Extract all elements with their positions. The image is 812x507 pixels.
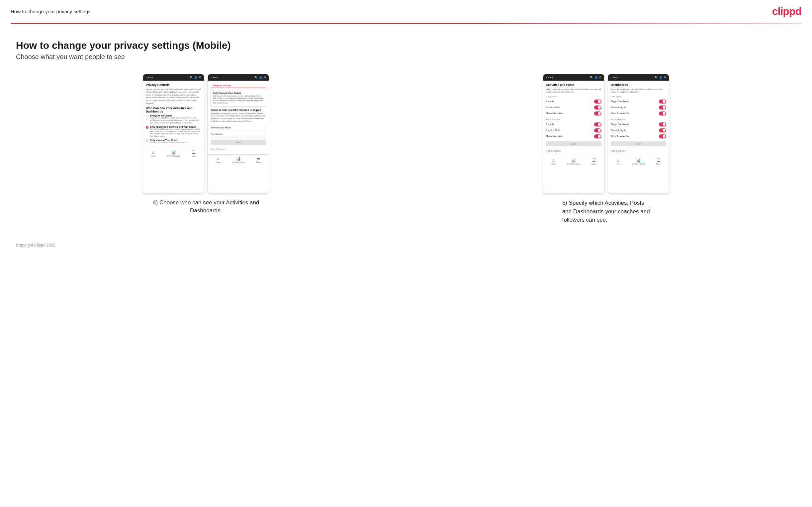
screen-2-body: Privacy Controls Only You and Your Coach… (208, 80, 269, 154)
screen-group-left: < Back 🔍 👤 ⚙ Privacy Controls Control ho… (16, 74, 396, 215)
toggle-followers-manual[interactable]: Manual Activities (546, 133, 601, 139)
caption-step5: 5) Specify which Activities, Posts and D… (562, 199, 650, 224)
settings-icon-4[interactable]: ⚙ (664, 76, 666, 79)
nav-home-1[interactable]: ⌂ Home (143, 150, 163, 157)
nav-menu-2[interactable]: ☰ Menu (248, 156, 269, 163)
toggle-coaches-rounds[interactable]: Rounds (546, 99, 601, 105)
toggle-followers-work-switch[interactable] (659, 134, 666, 138)
toggle-followers-player-switch[interactable] (659, 122, 666, 126)
screen-1-icons: 🔍 👤 ⚙ (190, 76, 201, 79)
user-icon-2[interactable]: 👤 (259, 76, 262, 79)
menu-icon-2: ☰ (257, 156, 260, 161)
toggle-followers-work[interactable]: What To Work On (611, 133, 666, 139)
screen-1-bottom-nav: ⌂ Home 📊 My Performance ☰ Menu (143, 148, 204, 158)
back-button-4[interactable]: < Back (611, 76, 618, 79)
toggle-coaches-practice[interactable]: Practice Drills (546, 105, 601, 111)
logo: clippd (772, 5, 801, 17)
toggle-followers-practice-switch[interactable] (594, 128, 601, 132)
save-button-3[interactable]: Save (546, 142, 601, 146)
user-icon-4[interactable]: 👤 (659, 76, 663, 79)
option-everyone[interactable]: Everyone on Clippd Everyone on Clippd ca… (146, 114, 201, 124)
screens-groups-row: < Back 🔍 👤 ⚙ Privacy Controls Control ho… (16, 74, 796, 224)
coaches-label-3: COACHES (546, 96, 601, 98)
settings-icon-3[interactable]: ⚙ (599, 76, 601, 79)
menu-icon-1: ☰ (192, 150, 196, 155)
nav-menu-3[interactable]: ☰ Menu (584, 158, 604, 165)
back-button-3[interactable]: < Back (546, 76, 553, 79)
toggle-followers-practice[interactable]: Practice Drills (546, 127, 601, 133)
menu-dashboards[interactable]: Dashboards › (211, 131, 266, 138)
toggle-coaches-round-switch[interactable] (659, 106, 666, 110)
screen-3-header: < Back 🔍 👤 ⚙ (543, 74, 604, 80)
radio-everyone[interactable] (146, 115, 148, 117)
toggle-followers-player[interactable]: Player Dashboard (611, 121, 666, 127)
radio-approved[interactable] (146, 126, 148, 129)
nav-performance-4[interactable]: 📊 My Performance (628, 158, 649, 165)
save-button-4[interactable]: Save (611, 142, 666, 146)
toggle-followers-manual-switch[interactable] (594, 134, 601, 138)
save-button-2[interactable]: Save (211, 140, 266, 145)
nav-performance-2[interactable]: 📊 My Performance (228, 156, 248, 163)
dashboards-title: Dashboards (611, 83, 666, 87)
menu-icon-4: ☰ (657, 158, 661, 163)
screen-4-header: < Back 🔍 👤 ⚙ (608, 74, 669, 80)
user-icon-3[interactable]: 👤 (595, 76, 598, 79)
tooltip-title: Only You and Your Coach (212, 92, 264, 94)
dual-screens-right: < Back 🔍 👤 ⚙ Activities and Posts Select… (543, 74, 669, 193)
toggle-coaches-round[interactable]: Round Insights (611, 105, 666, 111)
top-bar: How to change your privacy settings clip… (0, 0, 812, 23)
nav-home-3[interactable]: ⌂ Home (543, 158, 564, 165)
copyright: Copyright Clippd 2022 (16, 243, 55, 247)
performance-icon-1: 📊 (171, 150, 176, 155)
toggle-coaches-practice-switch[interactable] (594, 106, 601, 110)
performance-icon-2: 📊 (236, 156, 241, 161)
caption-step4: 4) Choose who can see your Activities an… (143, 199, 269, 215)
screen-4-bottom-nav: ⌂ Home 📊 My Performance ☰ Menu (608, 156, 669, 166)
user-icon[interactable]: 👤 (194, 76, 198, 79)
toggle-coaches-work-switch[interactable] (659, 111, 666, 115)
search-icon-3[interactable]: 🔍 (590, 76, 593, 79)
nav-menu-1[interactable]: ☰ Menu (184, 150, 204, 157)
option-coach-only[interactable]: Only You and Your Coach Only you and the… (146, 139, 201, 144)
back-button-2[interactable]: < Back (211, 76, 218, 79)
breadcrumb: How to change your privacy settings (11, 9, 91, 14)
screen-1-header: < Back 🔍 👤 ⚙ (143, 74, 204, 80)
toggle-followers-round-switch[interactable] (659, 128, 666, 132)
nav-menu-4[interactable]: ☰ Menu (649, 158, 669, 165)
dual-screens-left: < Back 🔍 👤 ⚙ Privacy Controls Control ho… (143, 74, 269, 193)
search-icon[interactable]: 🔍 (190, 76, 193, 79)
toggle-followers-rounds[interactable]: Rounds (546, 121, 601, 127)
option-approved[interactable]: Only Approved Followers and Your Coach O… (146, 126, 201, 138)
settings-icon[interactable]: ⚙ (199, 76, 201, 79)
chevron-dashboards: › (265, 133, 266, 136)
toggle-coaches-player[interactable]: Player Dashboard (611, 99, 666, 105)
who-section-title: Who Can See Your Activities and Dashboar… (146, 107, 201, 113)
home-icon-2: ⌂ (217, 156, 219, 161)
radio-coach-only[interactable] (146, 139, 148, 142)
toggle-followers-round[interactable]: Round Insights (611, 127, 666, 133)
nav-home-2[interactable]: ⌂ Home (208, 156, 228, 163)
performance-icon-4: 📊 (636, 158, 641, 163)
toggle-coaches-player-switch[interactable] (659, 100, 666, 104)
screen-3-icons: 🔍 👤 ⚙ (590, 76, 601, 79)
activities-title: Activities and Posts (546, 83, 601, 87)
toggle-coaches-rounds-switch[interactable] (594, 100, 601, 104)
tab-privacy-controls[interactable]: Privacy Controls (211, 83, 233, 88)
back-button-1[interactable]: < Back (146, 76, 153, 79)
help-section-3: Help & Support (546, 148, 601, 153)
screen-4: < Back 🔍 👤 ⚙ Dashboards Select the dashb… (608, 74, 669, 193)
tooltip-text: Only you and the coaches you connect wit… (212, 95, 264, 105)
search-icon-4[interactable]: 🔍 (655, 76, 658, 79)
toggle-followers-rounds-switch[interactable] (594, 122, 601, 126)
nav-home-4[interactable]: ⌂ Home (608, 158, 628, 165)
nav-performance-1[interactable]: 📊 My Performance (163, 150, 184, 157)
search-icon-2[interactable]: 🔍 (254, 76, 258, 79)
toggle-coaches-work[interactable]: What To Work On (611, 111, 666, 116)
toggle-coaches-manual-switch[interactable] (594, 111, 601, 115)
screen-group-right: < Back 🔍 👤 ⚙ Activities and Posts Select… (416, 74, 796, 224)
settings-icon-2[interactable]: ⚙ (264, 76, 266, 79)
toggle-coaches-manual[interactable]: Manual Activities (546, 111, 601, 116)
option-everyone-text: Everyone on Clippd Everyone on Clippd ca… (150, 114, 201, 124)
nav-performance-3[interactable]: 📊 My Performance (564, 158, 584, 165)
menu-activities[interactable]: Activities and Posts › (211, 124, 266, 131)
